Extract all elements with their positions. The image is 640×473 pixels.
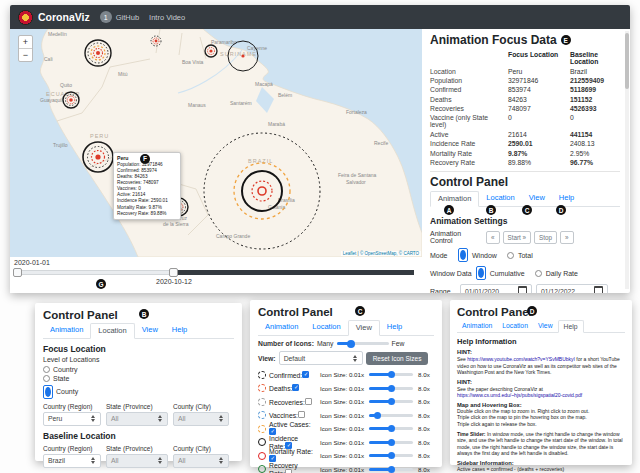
baseline-county-select[interactable]: All <box>173 454 229 468</box>
icon-size-slider[interactable] <box>369 454 413 457</box>
icon-size-slider[interactable] <box>369 414 413 417</box>
leaflet-link[interactable]: Leaflet <box>343 251 357 256</box>
tab-animation[interactable]: Animation <box>457 320 497 332</box>
tab-animation[interactable]: Animation <box>258 320 305 335</box>
category-checkbox[interactable] <box>298 411 305 418</box>
scrollbar-thumb[interactable] <box>625 33 629 89</box>
tab-view[interactable]: View <box>135 323 165 338</box>
icon-size-slider[interactable] <box>369 441 413 444</box>
icon-size-slider[interactable] <box>369 400 413 403</box>
reset-icon-sizes-button[interactable]: Reset Icon Sizes <box>366 352 429 365</box>
icon-size-slider[interactable] <box>369 427 413 430</box>
slider-handle[interactable] <box>388 398 395 405</box>
timeline-left-handle[interactable] <box>13 268 22 277</box>
level-state-radio[interactable] <box>43 375 50 382</box>
panel-d-tabs: AnimationLocationViewHelp <box>457 320 625 333</box>
tab-location[interactable]: Location <box>497 320 533 332</box>
zoom-in-button[interactable]: + <box>19 36 32 48</box>
timeline-track[interactable] <box>14 270 414 275</box>
panel-c-title: Control Panel C <box>258 306 434 318</box>
daily-rate-label: Daily Rate <box>546 270 578 277</box>
coronaviz-logo-icon <box>18 10 33 25</box>
category-checkbox[interactable] <box>305 398 312 405</box>
animation-control-label: Animation Control <box>430 230 482 244</box>
number-of-icons-slider[interactable] <box>337 342 389 345</box>
level-country-radio[interactable] <box>43 366 50 373</box>
calendar-icon[interactable] <box>594 286 603 293</box>
nav-link-intro-video[interactable]: Intro Video <box>149 13 185 22</box>
icon-size-max: 8.0x <box>418 398 430 405</box>
mode-total-radio[interactable] <box>507 252 514 259</box>
category-checkbox[interactable] <box>292 384 299 391</box>
category-checkbox[interactable] <box>269 428 276 435</box>
slider-handle[interactable] <box>347 340 355 348</box>
tab-location[interactable]: Location <box>305 320 347 335</box>
icon-size-slider[interactable] <box>369 387 413 390</box>
view-category-row: Vaccines:Icon Size: 0.01x8.0x <box>258 409 434 423</box>
osm-link[interactable]: © OpenStreetMap, <box>360 251 398 256</box>
map[interactable]: MedellínCaliQuitoECUADORGuayaquilTrujill… <box>10 29 422 257</box>
panel-title-text: Control Panel <box>457 306 532 318</box>
slider-handle[interactable] <box>388 385 395 392</box>
tab-location[interactable]: Location <box>90 323 134 339</box>
icon-size-slider[interactable] <box>369 373 413 376</box>
level-county-radio[interactable] <box>43 385 53 399</box>
tab-help[interactable]: Help <box>558 320 584 333</box>
map-zoom-control: + − <box>18 35 33 62</box>
calendar-icon[interactable] <box>518 286 527 293</box>
tab-help[interactable]: Help <box>165 323 194 338</box>
slider-handle[interactable] <box>388 371 395 378</box>
category-label: Recoveries: <box>269 398 315 406</box>
category-checkbox[interactable] <box>285 469 292 473</box>
slider-handle[interactable] <box>388 439 395 446</box>
paper-link[interactable]: https://www.cs.umd.edu/~hjs/pubs/sigspat… <box>457 392 582 398</box>
tab-view[interactable]: View <box>522 191 552 206</box>
cumulative-radio[interactable] <box>476 266 486 280</box>
table-row: Active21614441154 <box>430 130 620 139</box>
range-end-input[interactable]: 01/12/2022 <box>536 284 608 293</box>
animation-button[interactable]: » <box>560 231 574 244</box>
focus-country-select[interactable]: Peru <box>43 412 101 426</box>
tab-help[interactable]: Help <box>380 320 409 335</box>
slider-handle[interactable] <box>374 412 381 419</box>
icon-size-max: 8.0x <box>418 385 430 392</box>
tab-animation[interactable]: Animation <box>43 323 90 338</box>
tab-help[interactable]: Help <box>552 191 581 206</box>
animation-button[interactable]: Stop <box>534 231 557 244</box>
mode-window-label: Window <box>472 252 497 259</box>
slider-handle[interactable] <box>388 452 395 459</box>
category-checkbox[interactable] <box>302 371 309 378</box>
animation-button[interactable]: Start » <box>503 231 532 244</box>
map-wrap: MedellínCaliQuitoECUADORGuayaquilTrujill… <box>10 29 422 293</box>
focus-state-select[interactable]: All <box>106 412 168 426</box>
timeline-right-handle[interactable] <box>169 268 178 277</box>
zoom-out-button[interactable]: − <box>19 48 32 61</box>
divider <box>430 171 620 172</box>
view-select[interactable]: Default <box>279 351 363 365</box>
nav-link-github[interactable]: GitHub <box>116 13 139 22</box>
baseline-state-select[interactable]: All <box>106 454 168 468</box>
table-row: Incidence Rate2590.012408.13 <box>430 139 620 148</box>
sidebar-scrollbar[interactable] <box>625 31 629 289</box>
category-checkbox[interactable] <box>269 455 276 462</box>
icon-size-slider[interactable] <box>369 468 413 471</box>
number-of-icons-row: Number of Icons: Many Few <box>258 340 434 347</box>
slider-handle[interactable] <box>388 425 395 432</box>
carto-link[interactable]: © CARTO <box>399 251 419 256</box>
animation-button[interactable]: « <box>486 231 500 244</box>
mode-window-radio[interactable] <box>458 248 468 262</box>
tab-animation[interactable]: Animation <box>430 191 479 207</box>
tab-view[interactable]: View <box>348 320 380 336</box>
tab-view[interactable]: View <box>533 320 558 332</box>
range-start-input[interactable]: 01/01/2020 <box>460 284 532 293</box>
youtube-link[interactable]: https://www.youtube.com/watch?v=YSvMBUbk… <box>467 356 575 362</box>
slider-handle[interactable] <box>388 466 395 473</box>
category-checkbox[interactable] <box>285 442 292 449</box>
panel-b-tabs: AnimationLocationViewHelp <box>43 323 234 339</box>
baseline-country-select[interactable]: Brazil <box>43 454 101 468</box>
category-circle-icon <box>258 411 266 419</box>
row-label: Recoveries <box>430 105 506 112</box>
tab-location[interactable]: Location <box>479 191 521 206</box>
daily-rate-radio[interactable] <box>535 270 542 277</box>
focus-county-select[interactable]: All <box>173 412 229 426</box>
